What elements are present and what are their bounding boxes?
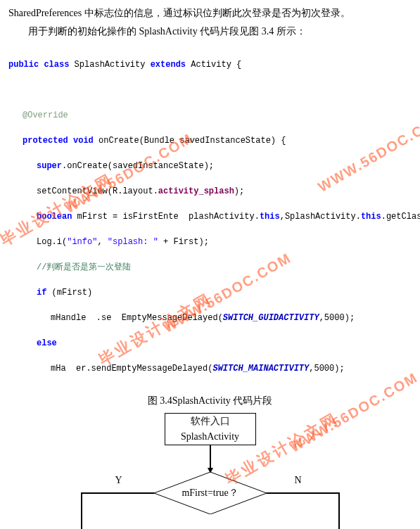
code-kw: if (37, 288, 46, 298)
code-kw: protected void (23, 136, 94, 146)
code-text: Log.i( (37, 237, 67, 247)
code-string: "splash: " (108, 237, 158, 247)
paragraph-1: SharedPreferences 中标志位的信息，通过标识位判断此次登录是否为… (8, 6, 412, 21)
code-text: (mFirst) (46, 288, 92, 298)
code-text: .getClass().getName()); (381, 212, 420, 222)
code-block: public class SplashActivity extends Acti… (8, 46, 412, 388)
code-kw: this (361, 212, 381, 222)
code-text: .onCreate(savedInstanceState); (62, 161, 214, 171)
flow-entry-box: 软件入口 SplashActivity (165, 413, 256, 445)
flow-decision: mFirst=true？ (154, 472, 267, 514)
code-text: ,SplashActivity. (280, 212, 361, 222)
figure-caption-1: 图 3.4SplashActivity 代码片段 (8, 393, 412, 409)
code-const: SWITCH_GUIDACTIVITY (223, 313, 319, 323)
flow-decision-label: mFirst=true？ (182, 485, 238, 501)
code-kw: public class (8, 60, 69, 70)
flow-entry-label-1: 软件入口 (170, 414, 251, 429)
code-kw: extends (151, 60, 186, 70)
flowchart: 软件入口 SplashActivity mFirst=true？ Y N Gui… (13, 413, 407, 529)
code-text: , (97, 237, 107, 247)
code-text: Activity { (186, 60, 241, 70)
code-kw: else (37, 338, 57, 348)
code-kw: this (260, 212, 280, 222)
code-text: setContentView(R.layout. (37, 186, 158, 196)
code-text: mHandle .se EmptyMessageDelayed( (51, 313, 223, 323)
code-text: ,5000); (309, 364, 344, 374)
code-text: SplashActivity (69, 60, 150, 70)
code-text: mHa er.sendEmptyMessageDelayed( (51, 364, 212, 374)
paragraph-2: 用于判断的初始化操作的 SplashActivity 代码片段见图 3.4 所示… (8, 24, 412, 39)
flow-entry-label-2: SplashActivity (170, 429, 251, 445)
code-comment: //判断是否是第一次登陆 (37, 262, 131, 272)
code-text: + First); (158, 237, 209, 247)
code-kw: boolean (37, 212, 72, 222)
code-text: ); (234, 186, 244, 196)
code-kw: super (37, 161, 62, 171)
code-annotation: @Override (23, 110, 68, 120)
code-string: "info" (67, 237, 97, 247)
code-ident: activity_splash (158, 186, 234, 196)
code-text: onCreate(Bundle savedInstanceState) { (94, 136, 286, 146)
code-text: mFirst = isFirstEnte plashActivity. (72, 212, 259, 222)
code-text: ,5000); (319, 313, 355, 323)
code-const: SWITCH_MAINACTIVITY (212, 364, 309, 374)
flow-no-label: N (295, 473, 302, 488)
flow-yes-label: Y (115, 473, 122, 488)
